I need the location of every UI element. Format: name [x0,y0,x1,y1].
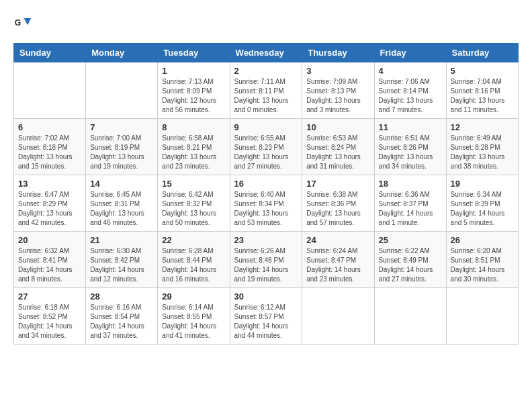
column-header-saturday: Saturday [446,44,518,62]
day-number: 28 [90,291,153,302]
day-number: 21 [90,235,153,245]
day-info: Sunrise: 7:06 AM Sunset: 8:14 PM Dayligh… [379,77,442,115]
calendar-cell: 12Sunrise: 6:49 AM Sunset: 8:28 PM Dayli… [446,119,518,175]
day-number: 2 [234,66,298,76]
day-info: Sunrise: 6:40 AM Sunset: 8:34 PM Dayligh… [234,190,298,228]
day-info: Sunrise: 7:04 AM Sunset: 8:16 PM Dayligh… [451,77,514,115]
calendar-week-1: 1Sunrise: 7:13 AM Sunset: 8:09 PM Daylig… [14,62,519,119]
day-number: 15 [162,179,225,189]
calendar-cell: 8Sunrise: 6:58 AM Sunset: 8:21 PM Daylig… [158,119,230,175]
calendar-cell: 14Sunrise: 6:45 AM Sunset: 8:31 PM Dayli… [86,175,158,232]
day-info: Sunrise: 6:24 AM Sunset: 8:47 PM Dayligh… [306,246,369,284]
calendar-cell: 20Sunrise: 6:32 AM Sunset: 8:41 PM Dayli… [14,232,86,288]
day-number: 13 [18,179,81,189]
calendar-cell: 27Sunrise: 6:18 AM Sunset: 8:52 PM Dayli… [14,288,86,345]
day-info: Sunrise: 7:13 AM Sunset: 8:09 PM Dayligh… [162,77,225,115]
calendar-cell: 30Sunrise: 6:12 AM Sunset: 8:57 PM Dayli… [230,288,302,345]
day-number: 20 [18,235,81,245]
calendar-cell: 4Sunrise: 7:06 AM Sunset: 8:14 PM Daylig… [374,62,446,119]
calendar-cell: 23Sunrise: 6:26 AM Sunset: 8:46 PM Dayli… [230,232,302,288]
calendar-cell [14,62,86,119]
day-number: 22 [162,235,225,245]
calendar-cell: 3Sunrise: 7:09 AM Sunset: 8:13 PM Daylig… [302,62,374,119]
calendar-cell: 2Sunrise: 7:11 AM Sunset: 8:11 PM Daylig… [230,62,302,119]
day-number: 12 [451,122,514,132]
calendar-cell: 13Sunrise: 6:47 AM Sunset: 8:29 PM Dayli… [14,175,86,232]
calendar-cell: 22Sunrise: 6:28 AM Sunset: 8:44 PM Dayli… [158,232,230,288]
calendar-cell: 10Sunrise: 6:53 AM Sunset: 8:24 PM Dayli… [302,119,374,175]
calendar-cell: 17Sunrise: 6:38 AM Sunset: 8:36 PM Dayli… [302,175,374,232]
day-info: Sunrise: 6:47 AM Sunset: 8:29 PM Dayligh… [18,190,81,228]
column-header-tuesday: Tuesday [158,44,230,62]
day-number: 19 [451,179,514,189]
day-info: Sunrise: 6:26 AM Sunset: 8:46 PM Dayligh… [234,246,298,284]
svg-text:G: G [15,18,21,28]
calendar-body: 1Sunrise: 7:13 AM Sunset: 8:09 PM Daylig… [14,62,519,345]
column-header-sunday: Sunday [14,44,86,62]
day-number: 3 [306,66,369,76]
day-number: 6 [18,122,81,132]
day-info: Sunrise: 6:20 AM Sunset: 8:51 PM Dayligh… [451,246,514,284]
day-info: Sunrise: 6:28 AM Sunset: 8:44 PM Dayligh… [162,246,225,284]
day-info: Sunrise: 7:02 AM Sunset: 8:18 PM Dayligh… [18,134,81,171]
day-number: 5 [451,66,514,76]
day-number: 11 [379,122,442,132]
day-number: 30 [234,291,298,302]
calendar-cell: 18Sunrise: 6:36 AM Sunset: 8:37 PM Dayli… [374,175,446,232]
day-number: 27 [18,291,81,302]
day-info: Sunrise: 6:30 AM Sunset: 8:42 PM Dayligh… [90,246,153,284]
day-number: 17 [306,179,369,189]
calendar-week-3: 13Sunrise: 6:47 AM Sunset: 8:29 PM Dayli… [14,175,519,232]
calendar-cell [374,288,446,345]
day-number: 1 [162,66,225,76]
day-info: Sunrise: 6:16 AM Sunset: 8:54 PM Dayligh… [90,303,153,340]
svg-marker-1 [24,18,32,26]
day-info: Sunrise: 6:32 AM Sunset: 8:41 PM Dayligh… [18,246,81,284]
column-header-monday: Monday [86,44,158,62]
calendar-cell [302,288,374,345]
day-number: 26 [451,235,514,245]
logo-icon: G [13,13,32,32]
day-info: Sunrise: 6:18 AM Sunset: 8:52 PM Dayligh… [18,303,81,340]
day-info: Sunrise: 6:58 AM Sunset: 8:21 PM Dayligh… [162,134,225,171]
day-number: 9 [234,122,298,132]
day-number: 14 [90,179,153,189]
day-info: Sunrise: 6:49 AM Sunset: 8:28 PM Dayligh… [451,134,514,171]
day-info: Sunrise: 7:09 AM Sunset: 8:13 PM Dayligh… [306,77,369,115]
calendar-cell: 28Sunrise: 6:16 AM Sunset: 8:54 PM Dayli… [86,288,158,345]
calendar-cell: 21Sunrise: 6:30 AM Sunset: 8:42 PM Dayli… [86,232,158,288]
day-number: 16 [234,179,298,189]
day-info: Sunrise: 6:42 AM Sunset: 8:32 PM Dayligh… [162,190,225,228]
day-number: 7 [90,122,153,132]
calendar-table: SundayMondayTuesdayWednesdayThursdayFrid… [13,43,519,345]
calendar-header: SundayMondayTuesdayWednesdayThursdayFrid… [14,44,519,62]
calendar-cell: 9Sunrise: 6:55 AM Sunset: 8:23 PM Daylig… [230,119,302,175]
logo: G [13,13,35,32]
calendar-cell: 7Sunrise: 7:00 AM Sunset: 8:19 PM Daylig… [86,119,158,175]
day-info: Sunrise: 6:14 AM Sunset: 8:55 PM Dayligh… [162,303,225,340]
calendar-cell: 19Sunrise: 6:34 AM Sunset: 8:39 PM Dayli… [446,175,518,232]
calendar-cell [86,62,158,119]
calendar-cell: 15Sunrise: 6:42 AM Sunset: 8:32 PM Dayli… [158,175,230,232]
calendar-week-5: 27Sunrise: 6:18 AM Sunset: 8:52 PM Dayli… [14,288,519,345]
day-info: Sunrise: 6:51 AM Sunset: 8:26 PM Dayligh… [379,134,442,171]
column-header-friday: Friday [374,44,446,62]
day-info: Sunrise: 6:22 AM Sunset: 8:49 PM Dayligh… [379,246,442,284]
calendar-cell: 5Sunrise: 7:04 AM Sunset: 8:16 PM Daylig… [446,62,518,119]
day-number: 18 [379,179,442,189]
day-number: 4 [379,66,442,76]
day-info: Sunrise: 6:36 AM Sunset: 8:37 PM Dayligh… [379,190,442,228]
calendar-week-2: 6Sunrise: 7:02 AM Sunset: 8:18 PM Daylig… [14,119,519,175]
day-info: Sunrise: 6:34 AM Sunset: 8:39 PM Dayligh… [451,190,514,228]
day-info: Sunrise: 6:12 AM Sunset: 8:57 PM Dayligh… [234,303,298,340]
day-number: 24 [306,235,369,245]
calendar-cell: 16Sunrise: 6:40 AM Sunset: 8:34 PM Dayli… [230,175,302,232]
day-info: Sunrise: 6:55 AM Sunset: 8:23 PM Dayligh… [234,134,298,171]
day-number: 29 [162,291,225,302]
calendar-cell: 11Sunrise: 6:51 AM Sunset: 8:26 PM Dayli… [374,119,446,175]
day-info: Sunrise: 7:11 AM Sunset: 8:11 PM Dayligh… [234,77,298,115]
calendar-cell [446,288,518,345]
day-number: 10 [306,122,369,132]
day-number: 23 [234,235,298,245]
calendar-cell: 25Sunrise: 6:22 AM Sunset: 8:49 PM Dayli… [374,232,446,288]
